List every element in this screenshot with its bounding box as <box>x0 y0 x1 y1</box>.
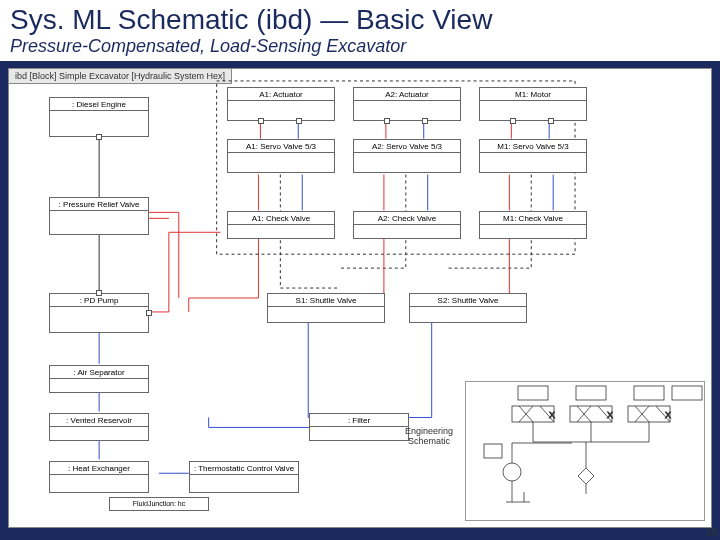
block-a1-actuator: A1: Actuator <box>227 87 335 121</box>
inset-schematic: Engineering Schematic X X X <box>465 381 705 521</box>
block-fluid-junction: FluidJunction: hc <box>109 497 209 511</box>
port <box>258 118 264 124</box>
block-thermo-valve: : Thermostatic Control Valve <box>189 461 299 493</box>
block-m1-motor: M1: Motor <box>479 87 587 121</box>
block-s1-shuttle: S1: Shuttle Valve <box>267 293 385 323</box>
svg-rect-4 <box>628 406 670 422</box>
svg-rect-11 <box>672 386 702 400</box>
port <box>422 118 428 124</box>
block-heat-exchanger: : Heat Exchanger <box>49 461 149 493</box>
ibd-frame-label: ibd [Block] Simple Excavator [Hydraulic … <box>9 69 232 84</box>
block-a2-servo: A2: Servo Valve 5/3 <box>353 139 461 173</box>
svg-rect-8 <box>634 386 664 400</box>
port <box>96 134 102 140</box>
block-a2-actuator: A2: Actuator <box>353 87 461 121</box>
port <box>296 118 302 124</box>
svg-rect-6 <box>518 386 548 400</box>
block-filter: : Filter <box>309 413 409 441</box>
block-a1-servo: A1: Servo Valve 5/3 <box>227 139 335 173</box>
port <box>510 118 516 124</box>
block-m1-check: M1: Check Valve <box>479 211 587 239</box>
port <box>548 118 554 124</box>
svg-text:X: X <box>549 410 555 420</box>
block-a1-check: A1: Check Valve <box>227 211 335 239</box>
svg-rect-7 <box>576 386 606 400</box>
block-vented-reservoir: : Vented Reservoir <box>49 413 149 441</box>
block-diesel-engine: : Diesel Engine <box>49 97 149 137</box>
svg-text:X: X <box>607 410 613 420</box>
block-pressure-relief: : Pressure Relief Valve <box>49 197 149 235</box>
block-pd-pump: : PD Pump <box>49 293 149 333</box>
port <box>384 118 390 124</box>
port <box>96 290 102 296</box>
svg-rect-0 <box>512 406 554 422</box>
inset-svg: X X X <box>466 382 706 522</box>
inset-label: Engineering Schematic <box>398 426 460 446</box>
block-a2-check: A2: Check Valve <box>353 211 461 239</box>
svg-point-9 <box>503 463 521 481</box>
svg-rect-10 <box>484 444 502 458</box>
svg-text:X: X <box>665 410 671 420</box>
block-s2-shuttle: S2: Shuttle Valve <box>409 293 527 323</box>
page-subtitle: Pressure-Compensated, Load-Sensing Excav… <box>0 36 720 61</box>
port <box>146 310 152 316</box>
diagram-canvas: ibd [Block] Simple Excavator [Hydraulic … <box>8 68 712 528</box>
page-number: 25 <box>706 526 718 538</box>
block-m1-servo: M1: Servo Valve 5/3 <box>479 139 587 173</box>
block-air-separator: : Air Separator <box>49 365 149 393</box>
page-title: Sys. ML Schematic (ibd) — Basic View <box>0 0 720 36</box>
svg-rect-2 <box>570 406 612 422</box>
